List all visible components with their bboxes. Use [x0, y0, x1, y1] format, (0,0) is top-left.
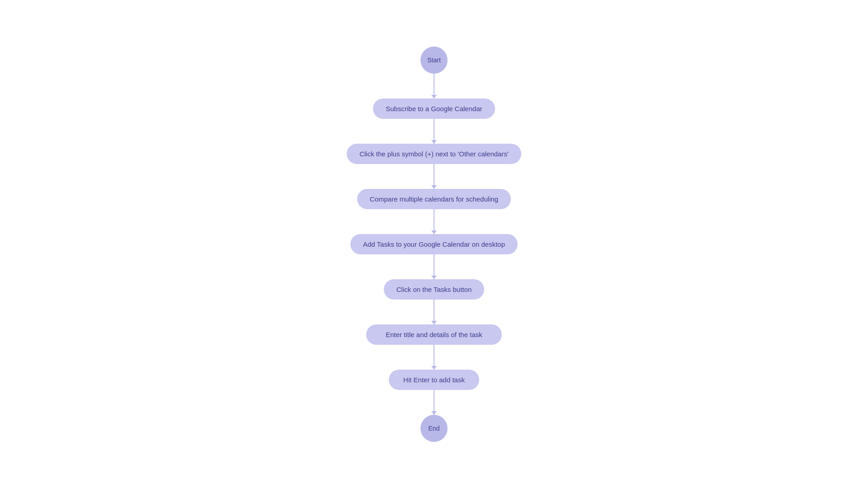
step7-node: Hit Enter to add task: [389, 370, 479, 390]
step2-label: Click the plus symbol (+) next to 'Other…: [359, 150, 509, 158]
step3-label: Compare multiple calendars for schedulin…: [370, 195, 498, 203]
start-label: Start: [427, 56, 441, 64]
step1-node: Subscribe to a Google Calendar: [373, 99, 495, 119]
connector-0: [434, 74, 434, 99]
end-node: End: [420, 415, 448, 442]
connector-6: [434, 345, 434, 370]
connector-1: [434, 119, 434, 144]
step1-label: Subscribe to a Google Calendar: [386, 105, 482, 113]
step6-label: Enter title and details of the task: [386, 331, 482, 338]
end-label: End: [429, 425, 440, 432]
step6-node: Enter title and details of the task: [366, 324, 502, 345]
step5-label: Click on the Tasks button: [396, 286, 472, 293]
connector-5: [434, 300, 434, 324]
step2-node: Click the plus symbol (+) next to 'Other…: [347, 144, 521, 164]
connector-7: [434, 390, 434, 415]
step3-node: Compare multiple calendars for schedulin…: [357, 189, 511, 209]
step4-node: Add Tasks to your Google Calendar on des…: [350, 234, 518, 254]
step4-label: Add Tasks to your Google Calendar on des…: [363, 240, 505, 248]
step5-node: Click on the Tasks button: [384, 279, 484, 300]
connector-2: [434, 164, 434, 189]
step7-label: Hit Enter to add task: [403, 376, 465, 384]
connector-4: [434, 254, 434, 279]
start-node: Start: [420, 47, 448, 74]
connector-3: [434, 209, 434, 234]
flowchart: Start Subscribe to a Google Calendar Cli…: [347, 47, 521, 442]
